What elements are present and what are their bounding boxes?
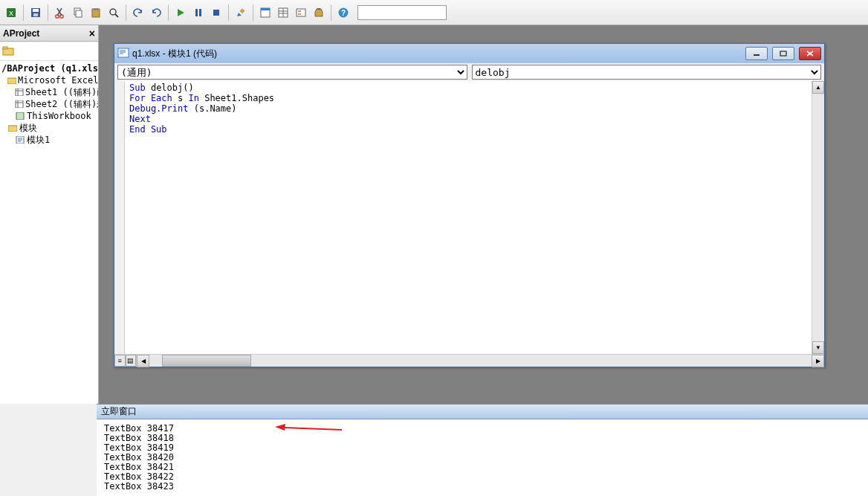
copy-icon[interactable]	[70, 4, 86, 21]
save-icon[interactable]	[27, 4, 44, 21]
object-browser-icon[interactable]	[293, 4, 309, 21]
code-window-titlebar[interactable]: q1.xlsx - 模块1 (代码)	[114, 44, 824, 63]
svg-rect-49	[780, 51, 786, 56]
pause-icon[interactable]	[190, 4, 207, 21]
scroll-left-icon[interactable]: ◀	[137, 355, 149, 367]
svg-rect-18	[261, 8, 270, 10]
svg-rect-14	[199, 9, 201, 16]
workbook-icon	[15, 112, 25, 120]
folder-icon	[7, 76, 16, 85]
immediate-line: TextBox 38418	[104, 433, 174, 443]
svg-text:X: X	[9, 10, 13, 17]
red-arrow-annotation	[275, 424, 342, 436]
svg-rect-4	[33, 13, 38, 16]
svg-rect-15	[213, 10, 219, 16]
svg-rect-25	[298, 13, 301, 15]
sheet-icon	[15, 100, 24, 109]
tree-root[interactable]: /BAProject (q1.xlsx)	[1, 62, 97, 74]
svg-rect-8	[76, 10, 82, 17]
svg-rect-30	[3, 47, 7, 49]
module-icon	[15, 135, 25, 144]
design-mode-icon[interactable]	[233, 4, 249, 21]
svg-point-11	[110, 9, 116, 15]
toolbox-icon[interactable]	[311, 4, 327, 21]
project-explorer-title-text: AProject	[3, 28, 39, 39]
code-window: q1.xlsx - 模块1 (代码) (通用) delobj Sub delob…	[114, 43, 825, 367]
code-margin	[114, 81, 125, 354]
code-window-icon	[117, 48, 129, 60]
toolbar-combo[interactable]	[357, 5, 447, 20]
project-explorer-close-icon[interactable]: ×	[89, 28, 95, 39]
svg-rect-26	[317, 8, 320, 10]
svg-rect-38	[16, 112, 24, 120]
immediate-line: TextBox 38421	[104, 462, 174, 472]
scroll-down-icon[interactable]: ▼	[812, 341, 824, 354]
svg-rect-24	[298, 10, 301, 12]
tree-thisworkbook[interactable]: ThisWorkbook	[1, 110, 97, 122]
svg-text:?: ?	[341, 9, 346, 17]
folder-icon	[7, 123, 18, 132]
immediate-line: TextBox 38422	[104, 471, 174, 482]
cut-icon[interactable]	[52, 4, 68, 21]
mdi-area: q1.xlsx - 模块1 (代码) (通用) delobj Sub delob…	[99, 25, 868, 404]
svg-rect-10	[94, 8, 98, 10]
scroll-right-icon[interactable]: ▶	[812, 355, 824, 367]
svg-rect-32	[16, 88, 23, 96]
svg-rect-16	[239, 8, 244, 13]
svg-rect-39	[8, 126, 17, 132]
full-module-view-icon[interactable]: ▤	[126, 355, 137, 367]
project-tree[interactable]: /BAProject (q1.xlsx) Microsoft Excel 对象 …	[0, 61, 98, 147]
immediate-line: TextBox 38423	[104, 481, 174, 492]
svg-rect-44	[118, 48, 129, 57]
code-editor[interactable]: Sub delobj() For Each s In Sheet1.Shapes…	[125, 81, 812, 354]
immediate-line: TextBox 38417	[104, 423, 174, 434]
tree-modules-folder[interactable]: 模块	[1, 122, 97, 134]
view-folders-icon[interactable]	[1, 45, 16, 58]
svg-rect-31	[7, 78, 16, 84]
procedure-combo[interactable]: delobj	[472, 65, 822, 80]
run-icon[interactable]	[172, 4, 189, 21]
close-button[interactable]	[799, 47, 821, 60]
scroll-up-icon[interactable]: ▲	[812, 81, 824, 94]
project-explorer-toolbar	[0, 42, 98, 61]
maximize-button[interactable]	[772, 47, 794, 60]
project-explorer: AProject × /BAProject (q1.xlsx) Microsof…	[0, 25, 99, 404]
code-window-title: q1.xlsx - 模块1 (代码)	[132, 48, 741, 60]
immediate-window-body[interactable]: TextBox 38417 TextBox 38418 TextBox 3841…	[97, 419, 868, 496]
properties-icon[interactable]	[275, 4, 291, 21]
immediate-window: 立即窗口 TextBox 38417 TextBox 38418 TextBox…	[97, 404, 868, 496]
help-icon[interactable]: ?	[335, 4, 352, 21]
redo-icon[interactable]	[148, 4, 164, 21]
immediate-line: TextBox 38420	[104, 452, 174, 463]
object-combo[interactable]: (通用)	[117, 65, 467, 80]
find-icon[interactable]	[106, 4, 122, 21]
main-toolbar: X ?	[0, 0, 868, 25]
tree-module1[interactable]: 模块1	[1, 134, 97, 146]
view-excel-icon[interactable]: X	[3, 4, 19, 21]
immediate-line: TextBox 38419	[104, 442, 174, 453]
svg-line-12	[115, 14, 118, 17]
scroll-thumb[interactable]	[162, 355, 251, 367]
vertical-scrollbar[interactable]: ▲ ▼	[812, 81, 824, 354]
procedure-view-icon[interactable]: ≡	[114, 355, 126, 367]
svg-rect-13	[195, 9, 198, 16]
svg-rect-3	[33, 9, 39, 12]
immediate-window-title: 立即窗口	[97, 405, 868, 419]
stop-icon[interactable]	[208, 4, 224, 21]
tree-sheet1[interactable]: Sheet1 ((辅料)已	[1, 86, 97, 98]
undo-icon[interactable]	[130, 4, 146, 21]
tree-sheet2[interactable]: Sheet2 ((辅料)未	[1, 98, 97, 110]
sheet-icon	[15, 88, 24, 97]
horizontal-scrollbar[interactable]: ◀ ▶	[137, 355, 824, 367]
project-explorer-title: AProject ×	[0, 25, 98, 42]
paste-icon[interactable]	[88, 4, 104, 21]
svg-rect-23	[297, 9, 305, 16]
tree-excel-objects[interactable]: Microsoft Excel 对象	[1, 74, 97, 86]
svg-rect-35	[16, 100, 23, 108]
project-explorer-icon[interactable]	[257, 4, 273, 21]
minimize-button[interactable]	[745, 47, 768, 60]
svg-line-50	[284, 428, 342, 430]
